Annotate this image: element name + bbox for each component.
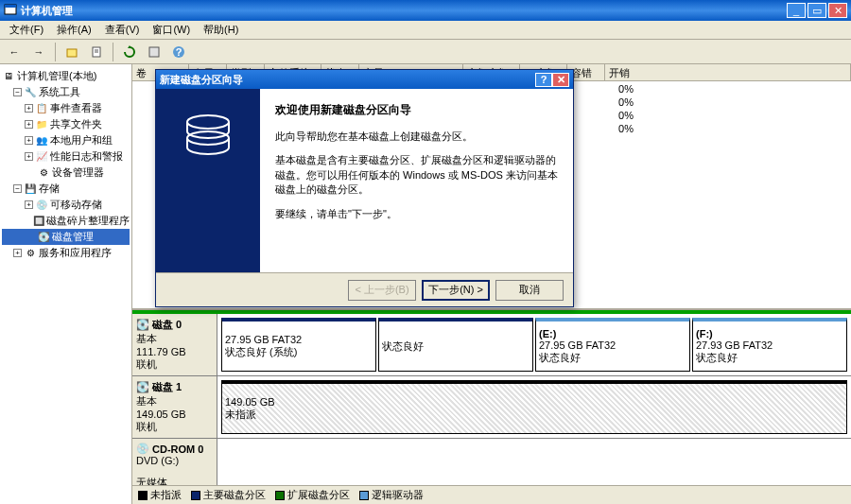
svg-text:?: ? [176,46,182,58]
new-partition-wizard: 新建磁盘分区向导 ? ✕ 欢迎使用新建磁盘分区向导 此向导帮助您在基本磁盘上创建… [155,69,574,307]
col-overhead[interactable]: 开销 [605,64,851,80]
svg-rect-2 [67,49,77,57]
nav-tree[interactable]: 🖥计算机管理(本地) −🔧系统工具 +📋事件查看器 +📁共享文件夹 +👥本地用户… [0,64,132,504]
partition-area: 27.95 GB FAT32 状态良好 (系统) 状态良好 (E:) 27.95… [217,314,851,375]
toolbar: ← → ? [0,40,851,64]
disk-info: 💽磁盘 1 基本 149.05 GB 联机 [132,376,217,438]
up-button[interactable] [61,42,82,62]
disk-icon: 💽 [136,319,149,331]
expand-icon[interactable]: + [25,120,33,129]
expand-icon[interactable]: + [25,136,33,145]
tree-removable[interactable]: +💿可移动存储 [2,197,130,213]
partition[interactable]: 27.95 GB FAT32 状态良好 (系统) [221,318,376,372]
tree-defrag[interactable]: 🔲磁盘碎片整理程序 [2,213,130,229]
svg-rect-1 [5,5,16,8]
svg-point-9 [187,115,229,129]
cell-value: 0% [596,123,634,134]
cancel-button[interactable]: 取消 [495,280,564,301]
menu-window[interactable]: 窗口(W) [147,21,196,39]
forward-button[interactable]: → [28,42,49,62]
tree-eventviewer[interactable]: +📋事件查看器 [2,100,130,116]
toolbar-separator [55,43,56,61]
wizard-text: 基本磁盘是含有主要磁盘分区、扩展磁盘分区和逻辑驱动器的磁盘。您可以用任何版本的 … [275,153,558,197]
tree-storage[interactable]: −💾存储 [2,181,130,197]
disk-stack-icon [180,108,236,165]
wizard-close-button[interactable]: ✕ [552,73,569,87]
computer-icon: 🖥 [2,70,15,83]
maximize-button[interactable]: ▭ [808,3,826,18]
partition[interactable]: 状态良好 [378,318,533,372]
legend-unalloc: 未指派 [138,488,182,502]
close-button[interactable]: ✕ [828,3,847,18]
back-button[interactable]: ← [4,42,25,62]
users-icon: 👥 [35,134,48,148]
cell-value: 0% [596,96,634,108]
legend-logical: 逻辑驱动器 [359,488,424,502]
menu-help[interactable]: 帮助(H) [198,21,244,39]
tools-icon: 🔧 [24,86,37,99]
wizard-footer: < 上一步(B) 下一步(N) > 取消 [156,272,573,306]
partition-area [217,439,851,485]
collapse-icon[interactable]: − [13,88,22,96]
tree-systools[interactable]: −🔧系统工具 [2,84,130,100]
collapse-icon[interactable]: − [13,184,22,193]
toolbar-button[interactable] [144,42,165,62]
legend: 未指派 主要磁盘分区 扩展磁盘分区 逻辑驱动器 [132,485,851,504]
disk-info: 💽磁盘 0 基本 111.79 GB 联机 [132,314,217,375]
cell-value: 0% [596,83,634,95]
wizard-text: 此向导帮助您在基本磁盘上创建磁盘分区。 [275,130,558,144]
menu-action[interactable]: 操作(A) [51,21,97,39]
disk-row-0[interactable]: 💽磁盘 0 基本 111.79 GB 联机 27.95 GB FAT32 状态良… [132,310,851,376]
wizard-banner [156,89,260,272]
app-titlebar: 计算机管理 _ ▭ ✕ [0,0,851,21]
disk-row-1[interactable]: 💽磁盘 1 基本 149.05 GB 联机 149.05 GB 未指派 [132,376,851,439]
wizard-help-button[interactable]: ? [535,73,552,87]
expand-icon[interactable]: + [25,104,33,113]
tree-localusers[interactable]: +👥本地用户和组 [2,132,130,148]
tree-services[interactable]: +⚙服务和应用程序 [2,245,130,261]
back-button: < 上一步(B) [348,280,416,301]
expand-icon[interactable]: + [13,249,22,257]
help-button[interactable]: ? [168,42,189,62]
disk-icon: 💽 [37,231,50,244]
menu-file[interactable]: 文件(F) [4,21,49,39]
event-icon: 📋 [35,102,48,115]
wizard-text: 要继续，请单击"下一步"。 [275,207,558,221]
disk-icon: 💽 [136,381,149,393]
properties-button[interactable] [86,42,107,62]
legend-primary: 主要磁盘分区 [191,488,266,502]
wizard-titlebar[interactable]: 新建磁盘分区向导 ? ✕ [156,70,573,89]
tree-diskmgmt[interactable]: 💽磁盘管理 [2,229,130,245]
wizard-heading: 欢迎使用新建磁盘分区向导 [275,102,558,118]
expand-icon[interactable]: + [25,152,33,161]
gear-icon: ⚙ [24,247,37,260]
legend-extended: 扩展磁盘分区 [275,488,350,502]
tree-perflogs[interactable]: +📈性能日志和警报 [2,148,130,165]
defrag-icon: 🔲 [33,215,44,228]
tree-devicemgr[interactable]: ⚙设备管理器 [2,165,130,181]
minimize-button[interactable]: _ [787,3,806,18]
svg-rect-6 [149,47,159,57]
toolbar-separator [113,43,113,61]
expand-icon[interactable]: + [25,200,33,209]
partition[interactable]: (E:) 27.95 GB FAT32 状态良好 [535,318,690,372]
tree-shared[interactable]: +📁共享文件夹 [2,116,130,132]
menu-bar: 文件(F) 操作(A) 查看(V) 窗口(W) 帮助(H) [0,21,851,40]
menu-view[interactable]: 查看(V) [99,21,146,39]
tree-root[interactable]: 🖥计算机管理(本地) [2,68,130,84]
removable-icon: 💿 [35,199,48,212]
cell-value: 0% [596,110,634,121]
disk-row-cdrom[interactable]: 💿CD-ROM 0 DVD (G:) 无媒体 [132,439,851,485]
next-button[interactable]: 下一步(N) > [422,280,490,301]
refresh-button[interactable] [119,42,140,62]
disk-layout-panel: 💽磁盘 0 基本 111.79 GB 联机 27.95 GB FAT32 状态良… [132,308,851,485]
partition-area: 149.05 GB 未指派 [217,376,851,438]
storage-icon: 💾 [24,182,37,196]
device-icon: ⚙ [37,166,50,180]
wizard-title: 新建磁盘分区向导 [160,73,535,87]
unallocated-space[interactable]: 149.05 GB 未指派 [221,380,847,434]
partition[interactable]: (F:) 27.93 GB FAT32 状态良好 [692,318,847,372]
wizard-content: 欢迎使用新建磁盘分区向导 此向导帮助您在基本磁盘上创建磁盘分区。 基本磁盘是含有… [260,89,573,272]
app-icon [4,4,17,17]
folder-icon: 📁 [35,118,48,131]
